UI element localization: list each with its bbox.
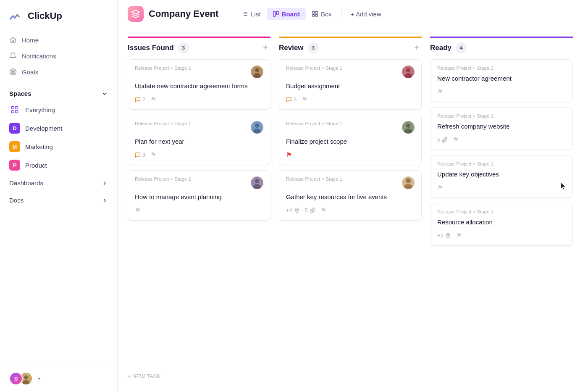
svg-point-8 [24,376,28,379]
card-issues-3-breadcrumb: Release Project > Stage 1 [135,176,191,182]
sidebar-item-notifications[interactable]: Notifications [0,48,117,64]
flag-icon-r1: ⚑ [302,95,307,103]
new-task-button[interactable]: + NEW TASK [128,369,270,384]
flag-icon-rd3: ⚑ [437,184,443,192]
avatar-purple [251,176,263,189]
project-title: Company Event [149,8,218,19]
logo-text: ClickUp [28,11,62,21]
card-review-1[interactable]: Release Project > Stage 1 Budget assignm… [279,59,422,110]
card-ready-1[interactable]: Release Project > Stage 1 New contractor… [430,59,573,102]
card-review-3-top: Release Project > Stage 1 [286,176,415,189]
column-ready-header: Ready 4 + [430,37,573,59]
sidebar-item-marketing[interactable]: M Marketing [0,137,117,156]
cursor [560,182,568,193]
svg-rect-20 [312,14,315,16]
column-issues-add-button[interactable]: + [260,42,270,53]
sidebar-item-everything-label: Everything [25,106,55,113]
column-issues-header: Issues Found 3 + [128,37,270,59]
card-review-3[interactable]: Release Project > Stage 1 Gather key res… [279,170,422,221]
sidebar-item-dashboards[interactable]: Dashboards [0,174,117,192]
card-review-2[interactable]: Release Project > Stage 1 Finalize proje… [279,115,422,165]
topbar-divider-2 [341,9,341,19]
column-issues-title: Issues Found [128,44,174,52]
svg-point-41 [447,234,449,235]
column-review-add-button[interactable]: + [412,42,422,53]
sidebar-item-home[interactable]: Home [0,32,117,48]
card-issues-2-comments: 3 [135,152,145,158]
card-ready-3[interactable]: Release Project > Stage 1 Update key obj… [430,155,573,198]
box-icon [312,11,318,17]
column-review-header: Review 3 + [279,37,422,59]
card-review-2-title: Finalize project scope [286,137,415,146]
card-ready-3-top: Release Project > Stage 1 [437,161,566,166]
view-box-button[interactable]: Box [306,8,338,20]
svg-rect-19 [315,11,318,13]
svg-point-38 [406,178,411,183]
card-review-2-breadcrumb: Release Project > Stage 1 [286,121,342,126]
card-issues-1-comments: 2 [135,96,145,103]
column-ready-count: 4 [456,42,467,53]
card-ready-1-breadcrumb: Release Project > Stage 1 [437,66,494,71]
avatar-tan [402,176,415,189]
flag-red-icon: ⚑ [286,151,292,159]
project-icon [128,6,144,22]
project-cube-icon [131,9,140,18]
sidebar-item-notifications-label: Notifications [22,53,56,60]
list-icon [242,11,248,17]
card-issues-2-footer: 3 ⚑ [135,151,263,159]
column-ready-title: Ready [430,44,452,52]
card-review-3-footer: +4 5 ⚑ [286,206,415,214]
view-board-button[interactable]: Board [267,8,306,20]
svg-rect-5 [12,110,14,113]
flag-icon-rd2: ⚑ [453,136,459,144]
flag-icon: ⚑ [150,95,156,103]
sidebar-item-product[interactable]: P Product [0,156,117,174]
attachment-icon-rd2 [442,137,448,143]
new-task-label: + NEW TASK [128,373,160,379]
column-review: Review 3 + Release Project > Stage 1 [279,37,422,384]
clickup-logo-icon [8,8,24,24]
sidebar-item-everything[interactable]: Everything [0,100,117,119]
flag-icon-rd4: ⚑ [456,232,462,239]
sidebar-item-home-label: Home [22,37,39,44]
sidebar-item-product-label: Product [25,162,47,169]
card-issues-3[interactable]: Release Project > Stage 1 How to manage … [128,170,270,221]
card-issues-2-top: Release Project > Stage 1 [135,121,263,134]
avatar-group: S [9,372,33,385]
board-icon [273,11,279,17]
column-ready: Ready 4 + Release Project > Stage 1 New … [430,37,573,384]
product-badge: P [9,160,20,171]
board: Issues Found 3 + Release Project > Stage… [118,28,588,392]
add-view-button[interactable]: + Add view [345,8,387,20]
comment-icon-2 [135,152,141,158]
location-icon [294,208,300,213]
card-review-2-footer: ⚑ [286,151,415,159]
spaces-header[interactable]: Spaces [0,84,117,100]
card-ready-2[interactable]: Release Project > Stage 1 Refresh compan… [430,107,573,150]
card-ready-1-top: Release Project > Stage 1 [437,66,566,71]
card-issues-3-avatar [251,176,263,189]
card-review-3-breadcrumb: Release Project > Stage 1 [286,176,342,182]
card-review-1-comments: 3 [286,96,297,103]
view-list-label: List [251,11,260,18]
card-review-2-avatar [402,121,415,134]
card-ready-2-top: Release Project > Stage 1 [437,113,566,118]
sidebar-item-development[interactable]: D Development [0,119,117,137]
svg-point-26 [255,124,259,128]
sidebar-item-docs[interactable]: Docs [0,192,117,209]
card-ready-4[interactable]: Release Project > Stage 1 Resource alloc… [430,203,573,246]
user-profile[interactable]: S ▾ [0,365,117,392]
flag-icon-r3: ⚑ [320,206,326,214]
sidebar-item-goals[interactable]: Goals [0,64,117,80]
sidebar-item-development-label: Development [25,125,62,132]
card-issues-1[interactable]: Release Project > Stage 1 Update new con… [128,59,270,110]
view-list-button[interactable]: List [236,8,266,20]
card-issues-3-top: Release Project > Stage 1 [135,176,263,189]
card-issues-1-avatar [251,66,263,78]
card-issues-2[interactable]: Release Project > Stage 1 Plan for next … [128,115,270,165]
card-review-1-footer: 3 ⚑ [286,95,415,103]
card-issues-2-breadcrumb: Release Project > Stage 1 [135,121,191,126]
svg-rect-3 [12,107,14,109]
svg-rect-16 [273,11,276,16]
column-review-cards: Release Project > Stage 1 Budget assignm… [279,59,422,384]
